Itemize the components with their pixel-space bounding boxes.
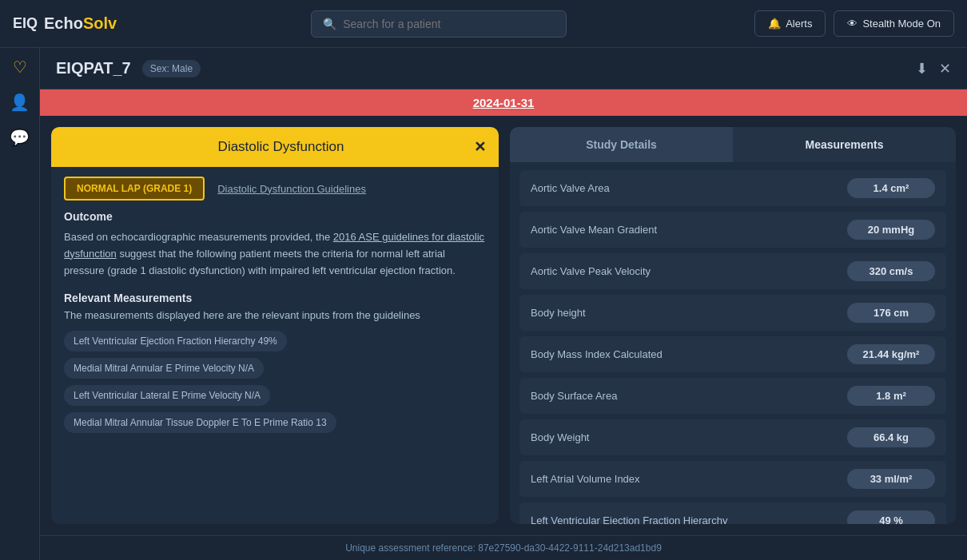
- stealth-label: Stealth Mode On: [862, 18, 941, 30]
- date-bar[interactable]: 2024-01-31: [40, 89, 967, 116]
- top-nav: EIQ EchoSolv 🔍 🔔 Alerts 👁 Stealth Mode O…: [0, 0, 967, 48]
- measurement-value: 33 ml/m²: [847, 469, 935, 489]
- outcome-text: Based on echocardiographic measurements …: [64, 229, 486, 279]
- left-panel-content: Outcome Based on echocardiographic measu…: [51, 210, 499, 524]
- measurement-name: Aortic Valve Area: [531, 182, 847, 194]
- measurement-value: 66.4 kg: [847, 427, 935, 447]
- ase-guidelines-link[interactable]: 2016 ASE guidelines for diastolic dysfun…: [64, 231, 484, 260]
- logo: EIQ EchoSolv: [13, 14, 117, 33]
- echosolv-logo: EchoSolv: [44, 14, 117, 33]
- measurement-row: Aortic Valve Peak Velocity 320 cm/s: [519, 253, 946, 289]
- alerts-button[interactable]: 🔔 Alerts: [754, 10, 826, 37]
- diagnosis-header: Diastolic Dysfunction ✕: [51, 127, 499, 167]
- user-icon[interactable]: 👤: [10, 93, 30, 112]
- measurement-name: Left Ventricular Ejection Fraction Hiera…: [531, 514, 847, 524]
- outcome-heading: Outcome: [64, 210, 486, 223]
- app-body: ♡ 👤 💬 EIQPAT_7 Sex: Male ⬇ ✕ 2024-01-31: [0, 48, 967, 560]
- stealth-button[interactable]: 👁 Stealth Mode On: [834, 10, 954, 37]
- search-icon: 🔍: [323, 18, 336, 30]
- eiq-label: EIQ: [13, 15, 38, 32]
- alert-icon: 🔔: [768, 18, 781, 30]
- header-icons: ⬇ ✕: [916, 60, 951, 77]
- measurement-value: 20 mmHg: [847, 220, 935, 240]
- measurements-list: Aortic Valve Area 1.4 cm² Aortic Valve M…: [510, 162, 956, 524]
- nav-buttons: 🔔 Alerts 👁 Stealth Mode On: [754, 10, 954, 37]
- measurement-row: Left Atrial Volume Index 33 ml/m²: [519, 461, 946, 497]
- measurement-value: 1.4 cm²: [847, 178, 935, 198]
- tags-list: Left Ventricular Ejection Fraction Hiera…: [64, 331, 486, 433]
- measurement-name: Aortic Valve Mean Gradient: [531, 224, 847, 236]
- sidebar: ♡ 👤 💬: [0, 48, 40, 560]
- tag-item: Medial Mitral Annular Tissue Doppler E T…: [64, 412, 336, 433]
- patient-name: EIQPAT_7: [56, 59, 131, 77]
- measurement-row: Body height 176 cm: [519, 295, 946, 331]
- measurement-row: Aortic Valve Mean Gradient 20 mmHg: [519, 212, 946, 248]
- download-icon[interactable]: ⬇: [916, 60, 928, 77]
- measurement-value: 21.44 kg/m²: [847, 344, 935, 364]
- measurement-row: Body Mass Index Calculated 21.44 kg/m²: [519, 336, 946, 372]
- guidelines-label: Diastolic Dysfunction Guidelines: [217, 183, 366, 195]
- measurement-name: Body Weight: [531, 431, 847, 443]
- tab-study-details[interactable]: Study Details: [510, 127, 733, 162]
- tag-item: Left Ventricular Ejection Fraction Hiera…: [64, 331, 287, 351]
- measurement-row: Aortic Valve Area 1.4 cm²: [519, 170, 946, 206]
- diagnosis-close-button[interactable]: ✕: [474, 138, 486, 156]
- patient-header: EIQPAT_7 Sex: Male ⬇ ✕: [40, 48, 967, 89]
- measurement-name: Body Mass Index Calculated: [531, 348, 847, 360]
- heart-monitor-icon[interactable]: ♡: [13, 58, 27, 77]
- measurement-name: Body height: [531, 307, 847, 319]
- measurement-row: Left Ventricular Ejection Fraction Hiera…: [519, 502, 946, 524]
- panel-tabs: Study Details Measurements: [510, 127, 956, 162]
- grade-badge: NORMAL LAP (GRADE 1): [64, 177, 205, 201]
- footer: Unique assessment reference: 87e27590-da…: [40, 535, 967, 560]
- measurement-name: Body Surface Area: [531, 390, 847, 402]
- relevant-heading: Relevant Measurements: [64, 292, 486, 304]
- measurement-row: Body Surface Area 1.8 m²: [519, 378, 946, 414]
- chat-icon[interactable]: 💬: [10, 128, 30, 147]
- relevant-desc: The measurements displayed here are the …: [64, 309, 486, 321]
- diagnosis-title: Diastolic Dysfunction: [88, 139, 474, 155]
- measurement-value: 320 cm/s: [847, 261, 935, 281]
- right-panel: Study Details Measurements Aortic Valve …: [510, 127, 956, 524]
- measurement-value: 49 %: [847, 510, 935, 524]
- date-label: 2024-01-31: [473, 96, 535, 109]
- guidelines-link[interactable]: Diastolic Dysfunction Guidelines: [217, 183, 366, 195]
- tag-item: Medial Mitral Annular E Prime Velocity N…: [64, 358, 264, 379]
- sex-badge: Sex: Male: [142, 60, 201, 77]
- alerts-label: Alerts: [786, 18, 812, 30]
- measurement-value: 176 cm: [847, 303, 935, 323]
- measurement-row: Body Weight 66.4 kg: [519, 419, 946, 455]
- echo-text: Echo: [44, 14, 83, 32]
- left-panel: Diastolic Dysfunction ✕ NORMAL LAP (GRAD…: [51, 127, 499, 524]
- measurement-value: 1.8 m²: [847, 386, 935, 406]
- search-input[interactable]: [343, 18, 555, 30]
- content-area: Diastolic Dysfunction ✕ NORMAL LAP (GRAD…: [40, 116, 967, 535]
- tabs-row: NORMAL LAP (GRADE 1) Diastolic Dysfuncti…: [51, 167, 499, 210]
- solv-text: Solv: [83, 14, 117, 32]
- measurement-name: Left Atrial Volume Index: [531, 473, 847, 485]
- tab-measurements[interactable]: Measurements: [733, 127, 956, 162]
- reference-text: Unique assessment reference: 87e27590-da…: [345, 542, 662, 554]
- stealth-icon: 👁: [847, 18, 858, 30]
- measurement-name: Aortic Valve Peak Velocity: [531, 265, 847, 277]
- close-icon[interactable]: ✕: [939, 60, 951, 77]
- main-content: EIQPAT_7 Sex: Male ⬇ ✕ 2024-01-31 Diasto…: [40, 48, 967, 560]
- tag-item: Left Ventricular Lateral E Prime Velocit…: [64, 385, 270, 406]
- search-bar[interactable]: 🔍: [311, 10, 567, 38]
